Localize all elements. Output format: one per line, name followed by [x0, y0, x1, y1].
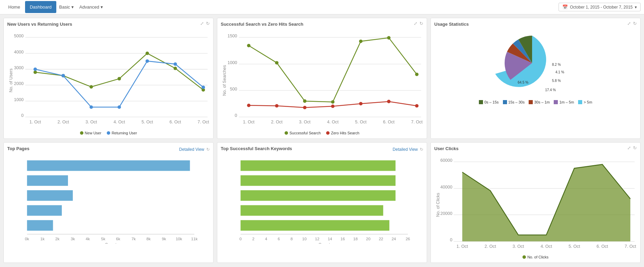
- chart4-svg: 0k 1k 2k 3k 4k 5k 6k 7k 8k 9k 10k 11k Co…: [7, 156, 210, 244]
- card-usage-statistics: Usage Statistics ⤢ ↻ 64.5 %: [430, 18, 641, 139]
- card-search-keywords: Top Successful Search Keywords Detailed …: [217, 142, 427, 263]
- search-keywords-detail-link[interactable]: Detailed View: [393, 147, 418, 152]
- expand-icon[interactable]: ⤢: [627, 21, 631, 26]
- expand-icon[interactable]: ⤢: [627, 145, 631, 150]
- chevron-down-icon: ▾: [635, 5, 637, 10]
- refresh-icon[interactable]: ↻: [633, 21, 637, 26]
- svg-text:6: 6: [278, 237, 280, 241]
- nav-basic[interactable]: Basic ▾: [56, 1, 77, 13]
- legend-30s-1m: 30s – 1m: [529, 100, 550, 104]
- expand-icon[interactable]: ⤢: [414, 21, 417, 26]
- svg-text:500: 500: [230, 87, 237, 92]
- svg-text:0: 0: [240, 237, 242, 241]
- card-search-comparison: Successful Search vs Zero Hits Search ⤢ …: [217, 18, 427, 139]
- date-range-picker[interactable]: 📅 October 1, 2015 - October 7, 2015 ▾: [559, 3, 641, 11]
- pie-chart-container: 64.5 % 17.4 % 5.8 % 4.1 %: [434, 29, 637, 104]
- svg-point-51: [275, 61, 278, 64]
- refresh-icon[interactable]: ↻: [420, 147, 423, 152]
- svg-text:11k: 11k: [191, 237, 198, 241]
- svg-point-29: [90, 105, 93, 109]
- nav-advanced[interactable]: Advanced ▾: [77, 1, 106, 13]
- card2-title: Successful Search vs Zero Hits Search: [221, 22, 423, 27]
- svg-text:6. Oct: 6. Oct: [170, 120, 181, 124]
- swatch-1m-5m: [554, 100, 558, 104]
- refresh-icon[interactable]: ↻: [206, 21, 210, 26]
- legend-15s-30s: 15s – 30s: [503, 100, 525, 104]
- svg-text:1000: 1000: [14, 97, 24, 102]
- svg-rect-73: [27, 220, 53, 231]
- chart6-svg: No. of Clicks 0 20000 40000 60000 1. Oct…: [434, 153, 637, 252]
- svg-point-22: [90, 85, 93, 88]
- svg-rect-72: [27, 205, 62, 216]
- chart6-area: No. of Clicks 0 20000 40000 60000 1. Oct…: [434, 153, 637, 253]
- legend-0s-15s: 0s – 15s: [479, 100, 499, 104]
- card-new-vs-returning: New Users vs Returning Users ⤢ ↻ No. of …: [3, 18, 214, 139]
- chart5-svg: 0 2 4 6 8 10 12 14 16 18 20 22 24 26 Cou…: [221, 156, 423, 244]
- svg-point-23: [117, 77, 121, 81]
- nav-home[interactable]: Home: [3, 1, 25, 13]
- card4-title: Top Pages: [7, 146, 30, 151]
- card3-icons[interactable]: ⤢ ↻: [627, 21, 637, 26]
- svg-text:7. Oct: 7. Oct: [411, 120, 423, 124]
- chart4-area: 0k 1k 2k 3k 4k 5k 6k 7k 8k 9k 10k 11k Co…: [7, 156, 210, 245]
- legend-successful-search: Successful Search: [285, 131, 321, 135]
- svg-text:64.5 %: 64.5 %: [518, 81, 528, 84]
- svg-point-24: [146, 52, 149, 55]
- chart1-area: No. of Users 0 1000 2000 3000 4000 5000 …: [7, 29, 210, 129]
- svg-text:4000: 4000: [14, 50, 24, 54]
- svg-point-25: [174, 66, 177, 70]
- svg-point-53: [331, 100, 334, 104]
- svg-text:18: 18: [353, 237, 358, 241]
- svg-text:14: 14: [328, 237, 332, 241]
- card1-icons[interactable]: ⤢ ↻: [200, 21, 210, 26]
- svg-text:40000: 40000: [440, 185, 452, 190]
- svg-point-60: [331, 105, 334, 108]
- chart2-area: No. of Searches 0 500 1000 1500 1. Oct 2…: [221, 29, 423, 129]
- card-top-pages: Top Pages Detailed View ↻: [3, 142, 214, 263]
- svg-point-56: [415, 73, 418, 76]
- svg-rect-69: [27, 160, 190, 171]
- svg-text:4. Oct: 4. Oct: [114, 120, 125, 124]
- card6-icons[interactable]: ⤢ ↻: [627, 145, 637, 150]
- svg-text:Count: Count: [318, 242, 330, 244]
- svg-marker-125: [462, 164, 631, 241]
- svg-text:2. Oct: 2. Oct: [271, 120, 283, 124]
- svg-text:2k: 2k: [55, 237, 59, 241]
- svg-point-54: [359, 39, 363, 43]
- svg-rect-92: [241, 220, 390, 231]
- expand-icon[interactable]: ⤢: [200, 21, 204, 26]
- refresh-icon[interactable]: ↻: [206, 147, 210, 152]
- svg-point-32: [174, 62, 177, 66]
- card2-icons[interactable]: ⤢ ↻: [414, 21, 423, 26]
- chart5-area: 0 2 4 6 8 10 12 14 16 18 20 22 24 26 Cou…: [221, 156, 423, 245]
- legend-1m-5m: 1m – 5m: [554, 100, 574, 104]
- pie-svg: 64.5 % 17.4 % 5.8 % 4.1 %: [494, 29, 577, 97]
- svg-text:5000: 5000: [14, 34, 24, 38]
- svg-text:0k: 0k: [25, 237, 29, 241]
- svg-text:12: 12: [315, 237, 319, 241]
- chart2-legend: Successful Search Zero Hits Search: [221, 131, 423, 135]
- svg-point-58: [275, 104, 278, 108]
- navbar: Home Dashboard Basic ▾ Advanced ▾ 📅 Octo…: [0, 0, 644, 14]
- svg-text:7. Oct: 7. Oct: [197, 120, 209, 124]
- top-pages-detail-link[interactable]: Detailed View: [179, 147, 204, 152]
- svg-point-63: [415, 104, 418, 108]
- pie-legend: 0s – 15s 15s – 30s 30s – 1m 1m – 5m > 5m: [479, 100, 592, 104]
- svg-rect-91: [241, 205, 383, 216]
- svg-text:2: 2: [252, 237, 254, 241]
- svg-text:4k: 4k: [86, 237, 90, 241]
- refresh-icon[interactable]: ↻: [419, 21, 423, 26]
- svg-text:17.4 %: 17.4 %: [545, 88, 556, 92]
- refresh-icon[interactable]: ↻: [633, 145, 637, 150]
- svg-point-50: [247, 44, 251, 47]
- svg-text:5k: 5k: [101, 237, 105, 241]
- svg-text:5. Oct: 5. Oct: [141, 120, 153, 124]
- legend-returning-user: Returning User: [107, 131, 137, 135]
- svg-text:4.1 %: 4.1 %: [555, 70, 564, 74]
- svg-point-57: [247, 104, 251, 107]
- legend-gt5m: > 5m: [578, 100, 592, 104]
- svg-text:1. Oct: 1. Oct: [457, 244, 468, 249]
- svg-text:6. Oct: 6. Oct: [383, 120, 395, 124]
- svg-point-59: [303, 106, 307, 109]
- nav-dashboard[interactable]: Dashboard: [25, 1, 57, 13]
